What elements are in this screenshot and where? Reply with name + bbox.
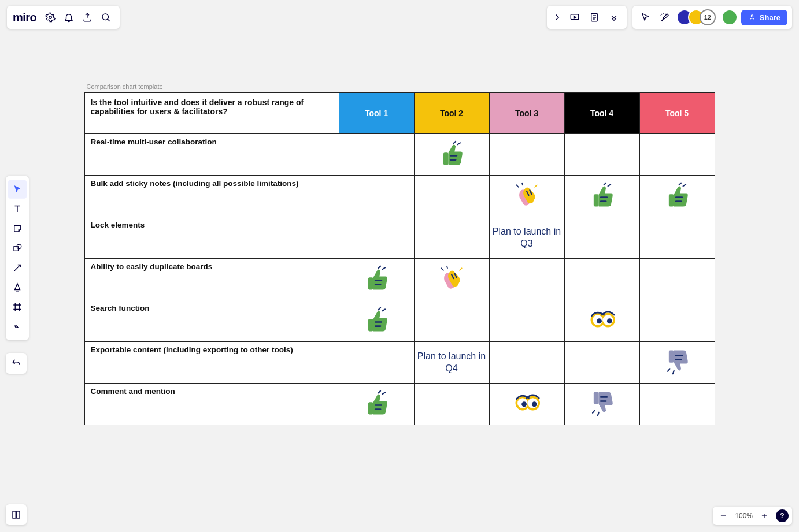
- thumbs-up-icon[interactable]: [589, 182, 615, 209]
- table-row[interactable]: Real-time multi-user collaboration: [84, 134, 715, 176]
- clap-icon[interactable]: [513, 182, 540, 209]
- table-row[interactable]: Exportable content (including exporting …: [84, 342, 715, 384]
- board-canvas[interactable]: Comparison chart template Is the tool in…: [0, 0, 799, 532]
- table-cell[interactable]: [414, 176, 489, 217]
- table-cell[interactable]: [339, 384, 414, 425]
- table-cell[interactable]: [414, 134, 489, 176]
- table-cell[interactable]: [639, 134, 715, 176]
- feature-label[interactable]: Real-time multi-user collaboration: [84, 134, 339, 176]
- table-cell[interactable]: [489, 342, 564, 384]
- tool-column-header[interactable]: Tool 4: [564, 93, 639, 134]
- feature-label[interactable]: Search function: [84, 300, 339, 342]
- table-cell[interactable]: [564, 342, 639, 384]
- board-title[interactable]: Comparison chart template: [87, 83, 163, 90]
- thumbs-down-icon[interactable]: [589, 390, 615, 416]
- table-row[interactable]: Comment and mention: [84, 384, 715, 425]
- table-cell[interactable]: [414, 217, 489, 259]
- table-cell[interactable]: Plan to launch in Q4: [414, 342, 489, 384]
- table-cell[interactable]: [489, 176, 564, 217]
- table-row[interactable]: Lock elementsPlan to launch in Q3: [84, 217, 715, 259]
- table-cell[interactable]: [414, 384, 489, 425]
- eyes-icon[interactable]: [589, 307, 615, 333]
- tool-column-header[interactable]: Tool 2: [414, 93, 489, 134]
- table-cell[interactable]: [564, 259, 639, 300]
- table-cell[interactable]: [339, 134, 414, 176]
- thumbs-down-icon[interactable]: [664, 348, 690, 375]
- feature-question-header[interactable]: Is the tool intuitive and does it delive…: [84, 93, 339, 134]
- table-cell[interactable]: [564, 176, 639, 217]
- table-cell[interactable]: [564, 384, 639, 425]
- thumbs-up-icon[interactable]: [363, 307, 390, 333]
- thumbs-up-icon[interactable]: [363, 265, 390, 292]
- feature-label[interactable]: Exportable content (including exporting …: [84, 342, 339, 384]
- tool-column-header[interactable]: Tool 3: [489, 93, 564, 134]
- table-cell[interactable]: [414, 300, 489, 342]
- table-cell[interactable]: [339, 259, 414, 300]
- table-cell[interactable]: [339, 217, 414, 259]
- table-cell[interactable]: [564, 134, 639, 176]
- cell-text[interactable]: Plan to launch in Q4: [417, 351, 487, 375]
- table-cell[interactable]: [639, 176, 715, 217]
- tool-column-header[interactable]: Tool 5: [639, 93, 715, 134]
- table-row[interactable]: Search function: [84, 300, 715, 342]
- table-cell[interactable]: [489, 259, 564, 300]
- table-cell[interactable]: [639, 384, 715, 425]
- feature-label[interactable]: Comment and mention: [84, 384, 339, 425]
- thumbs-up-icon[interactable]: [438, 140, 465, 167]
- thumbs-up-icon[interactable]: [664, 182, 690, 209]
- tool-column-header[interactable]: Tool 1: [339, 93, 414, 134]
- feature-label[interactable]: Lock elements: [84, 217, 339, 259]
- table-cell[interactable]: [414, 259, 489, 300]
- table-cell[interactable]: [639, 300, 715, 342]
- thumbs-up-icon[interactable]: [363, 390, 390, 416]
- feature-label[interactable]: Ability to easily duplicate boards: [84, 259, 339, 300]
- feature-label[interactable]: Bulk add sticky notes (including all pos…: [84, 176, 339, 217]
- table-cell[interactable]: [564, 217, 639, 259]
- eyes-icon[interactable]: [513, 390, 540, 416]
- clap-icon[interactable]: [438, 265, 465, 292]
- table-cell[interactable]: [564, 300, 639, 342]
- table-row[interactable]: Ability to easily duplicate boards: [84, 259, 715, 300]
- cell-text[interactable]: Plan to launch in Q3: [492, 226, 562, 250]
- table-cell[interactable]: [489, 384, 564, 425]
- table-cell[interactable]: [639, 217, 715, 259]
- table-row[interactable]: Bulk add sticky notes (including all pos…: [84, 176, 715, 217]
- table-cell[interactable]: Plan to launch in Q3: [489, 217, 564, 259]
- table-cell[interactable]: [639, 259, 715, 300]
- table-cell[interactable]: [339, 176, 414, 217]
- table-cell[interactable]: [489, 134, 564, 176]
- table-cell[interactable]: [639, 342, 715, 384]
- comparison-table[interactable]: Is the tool intuitive and does it delive…: [84, 92, 715, 425]
- table-cell[interactable]: [489, 300, 564, 342]
- table-cell[interactable]: [339, 300, 414, 342]
- table-cell[interactable]: [339, 342, 414, 384]
